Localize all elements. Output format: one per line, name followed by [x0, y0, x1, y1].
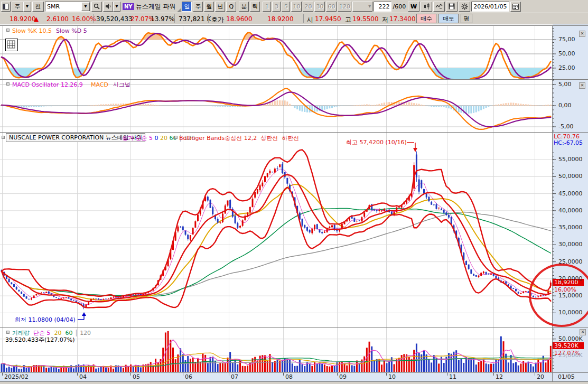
cycle-dropdown[interactable]: ▼ — [23, 2, 31, 12]
save-icon[interactable] — [446, 2, 458, 12]
date-input[interactable]: 2026/01/05 — [471, 2, 509, 12]
change-arrow: ▲ — [34, 15, 39, 23]
high-annotation: 최고 57,4200 (10/16) — [346, 139, 407, 146]
open-label: 시 — [307, 15, 313, 24]
legend-item: 20 — [51, 330, 62, 336]
period-min-button[interactable]: 분 — [239, 2, 249, 12]
xaxis-month-label: 05 — [133, 373, 140, 380]
stock-name: 뉴스케일 파워 — [136, 2, 181, 11]
price-axis-label: 35,0000 — [558, 224, 583, 231]
volume-legend: 거래량 단순 5 20 60 │ 120 — [12, 329, 91, 337]
change-pct: 16.00% — [72, 15, 96, 23]
interval-10-button[interactable]: 10 — [291, 2, 302, 12]
period-month-button[interactable]: 월 — [204, 2, 214, 12]
symbol-dropdown[interactable]: ▼ — [81, 2, 90, 11]
period-day-button[interactable]: 일 — [182, 2, 192, 12]
interval-120-button[interactable]: 120 — [338, 2, 351, 12]
chart-area[interactable]: Slow %K 10,5 Slow %D 5 ✕ MACD Oscillator… — [0, 24, 588, 384]
xaxis-month-label: 2025/02 — [4, 373, 29, 380]
legend-item: 거래량 — [12, 330, 30, 336]
macd-close-icon[interactable]: ✕ — [579, 82, 585, 89]
bar-count-input[interactable]: 222 — [374, 2, 391, 12]
period-q-button[interactable]: Q — [226, 2, 236, 12]
toolbar: 주 ▼ 전 SMR▼ ▼ NY 뉴스케일 파워 일 주 월 년 Q 분 틱 13… — [0, 0, 588, 13]
stock-chart-app: { "toolbar":{ "cycle":"주","prev":"전","sy… — [0, 0, 588, 384]
low-price: 17.3400 — [389, 15, 416, 23]
volume-axis-label: 50,000K — [558, 335, 583, 342]
quote-bar: 18.9200 ▲ 2.6100 16.00% 39,520,433 27.07… — [0, 13, 588, 24]
amount-value: 737,821 K — [179, 15, 211, 23]
interval-1-button[interactable]: 1 — [263, 2, 271, 12]
legend-item: 120 — [80, 330, 91, 336]
price-axis-label: 45,0000 — [558, 190, 583, 197]
stoch-axis-label: 75,00 — [558, 36, 575, 43]
macd-axis-label: -5,00 — [558, 123, 573, 130]
stoch-close-icon[interactable]: ✕ — [579, 31, 585, 37]
price-axis-label: 55,0000 — [558, 156, 583, 163]
interval-5-button[interactable]: 5 — [282, 2, 290, 12]
xaxis-month-label: 12 — [496, 373, 503, 380]
boll-legend: Bollinger Bands중심선 12,2 상한선 하한선 — [179, 134, 299, 142]
period-year-button[interactable]: 년 — [215, 2, 225, 12]
bar-total-label: /600 — [393, 3, 406, 10]
macd-label: MACD Oscillator 12,26,9 — [12, 81, 83, 88]
price-axis-label: 20,0000 — [558, 275, 583, 282]
speaker-dropdown[interactable]: ▼ — [113, 2, 120, 12]
prev-button[interactable]: 전 — [32, 2, 44, 12]
xaxis-month-label: 07 — [231, 373, 238, 380]
turnover-pct: 13.97% — [151, 15, 175, 23]
avg-button[interactable]: 평 — [461, 14, 472, 23]
won-icon[interactable]: ₩ — [408, 2, 419, 12]
legend-item: 5 — [45, 330, 51, 336]
legend-item: 단순 — [30, 330, 45, 336]
volume-tag: 39,520K — [553, 342, 584, 349]
hc-label: HC:-67,05 — [554, 139, 583, 146]
current-price: 18.9200 — [10, 15, 36, 23]
xaxis-month-label: 08 — [285, 373, 293, 380]
line-style-icon[interactable] — [433, 2, 445, 12]
calendar-icon[interactable] — [510, 2, 521, 12]
main-panel-bullet — [2, 136, 5, 139]
stoch-k-label: Slow %K 10,5 — [12, 27, 52, 34]
interval-30-button[interactable]: 30 — [314, 2, 325, 12]
window-icon-button[interactable] — [1, 2, 11, 12]
legend-item: │ — [73, 330, 80, 336]
interval-60-button[interactable]: 60 — [326, 2, 337, 12]
period-tick-button[interactable]: 틱 — [250, 2, 260, 12]
search-icon[interactable] — [91, 2, 102, 12]
boll-legend-bullet — [174, 136, 178, 139]
hoga-label: 호가 — [211, 15, 224, 24]
macd-panel-bullet — [6, 82, 10, 86]
open-price: 17.9450 — [315, 15, 341, 23]
speaker-icon[interactable] — [103, 2, 113, 12]
volume-axis-label: 25,000K — [558, 352, 583, 359]
legend-item: 0 — [153, 135, 158, 142]
bid-price: 18.9200 — [267, 15, 294, 23]
change-value: 2.6100 — [46, 15, 69, 23]
volume-line2: 39,520,433주(127.07%) — [5, 336, 75, 343]
interval-20-button[interactable]: 20 — [303, 2, 313, 12]
price-axis-label: 25,0000 — [558, 258, 583, 265]
price-axis-label: 40,0000 — [558, 207, 583, 214]
xaxis-month-label: 04 — [79, 373, 87, 380]
sell-button[interactable]: 매도 — [438, 14, 459, 23]
interval-3-button[interactable]: 3 — [272, 2, 281, 12]
gear-icon[interactable] — [459, 2, 470, 12]
xaxis-month-label: 06 — [185, 373, 192, 380]
interval-dropdown[interactable]: ▼ — [352, 2, 372, 12]
xaxis-month-label: 10 — [388, 373, 396, 380]
volume-value: 39,520,433 — [96, 15, 133, 23]
symbol-input[interactable]: SMR▼ — [45, 2, 90, 12]
indicator-settings-icon[interactable] — [5, 39, 18, 51]
stoch-panel-bullet — [6, 29, 10, 32]
candle-style-icon[interactable] — [421, 2, 432, 12]
cycle-week-button[interactable]: 주 — [12, 2, 23, 12]
buy-button[interactable]: 매수 — [416, 14, 436, 23]
volume-close-icon[interactable]: ✕ — [580, 329, 586, 335]
period-week-button[interactable]: 주 — [193, 2, 203, 12]
xaxis-month-label: 20 — [537, 373, 544, 380]
price-axis-label: 15,0000 — [558, 292, 583, 299]
stoch-d-label: Slow %D 5 — [56, 27, 87, 34]
price-axis-label: 10,0000 — [558, 309, 583, 316]
volume-panel-bullet — [6, 331, 10, 334]
